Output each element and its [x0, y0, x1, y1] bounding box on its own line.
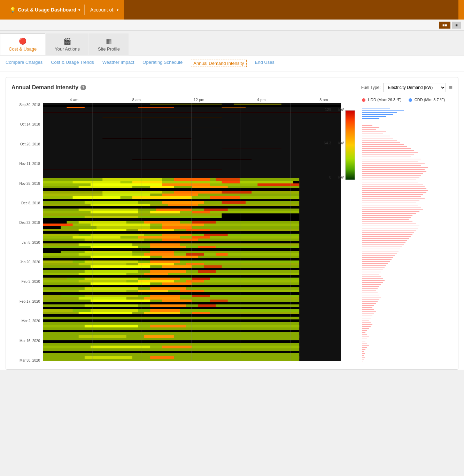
sub-nav-button-2[interactable]: ■ — [452, 22, 461, 29]
your-actions-tab-label: Your Actions — [55, 46, 80, 52]
svg-rect-214 — [85, 356, 132, 359]
svg-rect-200 — [43, 319, 299, 322]
svg-rect-175 — [150, 295, 180, 297]
svg-rect-183 — [210, 300, 227, 302]
heatmap-container: 4 am 8 am 12 pm 4 pm 8 pm Sep 30, 2018 O… — [11, 98, 453, 364]
weather-panel: HDD (Max: 26.3 °F) CDD (Min: 8.7 °F) — [355, 98, 453, 364]
sub-link-weather-impact[interactable]: Weather Impact — [102, 60, 134, 67]
sub-nav-button-1[interactable]: ■■ — [439, 22, 450, 29]
svg-rect-129 — [43, 258, 299, 260]
svg-rect-184 — [43, 302, 299, 304]
svg-rect-72 — [222, 213, 300, 216]
svg-rect-90 — [162, 226, 192, 229]
svg-rect-148 — [79, 273, 126, 275]
info-icon[interactable]: ? — [80, 85, 86, 90]
account-nav-item[interactable]: Account of: ▾ — [85, 7, 124, 13]
svg-rect-170 — [180, 290, 204, 292]
svg-rect-107 — [162, 239, 198, 241]
heatmap-svg — [43, 103, 341, 361]
svg-rect-206 — [79, 335, 126, 338]
svg-rect-98 — [91, 234, 144, 236]
sub-link-operating-schedule[interactable]: Operating Schedule — [142, 60, 183, 67]
tab-your-actions[interactable]: 🎬 Your Actions — [46, 33, 88, 55]
svg-rect-122 — [79, 253, 132, 256]
heatmap-body: Sep 30, 2018 Oct 14, 2018 Oct 28, 2018 N… — [11, 103, 355, 362]
svg-rect-16 — [43, 143, 341, 144]
svg-rect-6 — [67, 107, 84, 108]
sub-link-annual-demand-intensity[interactable]: Annual Demand Intensity — [191, 60, 246, 67]
svg-rect-4 — [43, 105, 341, 107]
site-profile-tab-icon: ▦ — [106, 37, 112, 45]
sub-link-compare-charges[interactable]: Compare Charges — [6, 60, 42, 67]
tab-cost-usage[interactable]: 🔴 Cost & Usage — [0, 33, 45, 55]
tab-site-profile[interactable]: ▦ Site Profile — [89, 33, 129, 55]
svg-rect-171 — [43, 292, 299, 295]
svg-rect-136 — [138, 263, 174, 265]
svg-rect-123 — [144, 253, 174, 256]
svg-rect-197 — [192, 312, 210, 314]
svg-rect-48 — [102, 194, 150, 196]
svg-rect-127 — [91, 256, 150, 258]
svg-rect-97 — [43, 234, 79, 236]
svg-rect-168 — [79, 290, 126, 292]
chart-menu-icon[interactable]: ≡ — [449, 84, 453, 91]
date-label-6: Dec 23, 2018 — [11, 221, 40, 225]
svg-rect-5 — [43, 107, 341, 108]
main-container: 🔴 Cost & Usage 🎬 Your Actions ▦ Site Pro… — [0, 31, 464, 370]
svg-rect-104 — [192, 236, 210, 239]
svg-rect-146 — [198, 270, 216, 273]
svg-rect-94 — [186, 229, 210, 231]
cdd-dot — [409, 98, 412, 102]
svg-rect-102 — [73, 236, 121, 239]
svg-rect-215 — [150, 356, 174, 359]
svg-rect-144 — [85, 270, 138, 273]
svg-rect-26 — [216, 178, 239, 181]
svg-rect-17 — [222, 149, 281, 149]
svg-rect-212 — [43, 351, 299, 353]
svg-rect-21 — [43, 169, 222, 170]
cdd-legend-label: CDD (Min: 8.7 °F) — [415, 98, 445, 102]
bulb-icon: 💡 — [10, 7, 16, 13]
time-label-8pm: 8 pm — [293, 98, 355, 102]
svg-rect-186 — [85, 304, 138, 307]
svg-rect-64 — [79, 209, 138, 211]
svg-rect-111 — [150, 243, 180, 246]
svg-rect-150 — [43, 275, 299, 278]
svg-rect-202 — [85, 325, 138, 327]
svg-rect-103 — [138, 236, 180, 239]
svg-rect-89 — [96, 226, 150, 229]
hdd-dot — [362, 98, 365, 102]
chart-header: Annual Demand Intensity ? Fuel Type: Ele… — [11, 83, 453, 92]
svg-rect-153 — [85, 278, 138, 280]
svg-rect-128 — [162, 256, 198, 258]
svg-rect-68 — [91, 211, 138, 213]
svg-rect-158 — [138, 280, 174, 282]
svg-rect-169 — [138, 290, 168, 292]
svg-rect-71 — [43, 213, 222, 216]
svg-rect-47 — [43, 194, 102, 196]
fuel-type-select[interactable]: Electricity Demand (kW) — [383, 83, 446, 92]
svg-rect-210 — [91, 346, 150, 348]
svg-rect-35 — [257, 183, 299, 186]
svg-rect-45 — [222, 191, 252, 194]
svg-rect-196 — [144, 312, 180, 314]
legend-bar-wrapper: 129 kW 64.3 kW 0 kW — [344, 110, 355, 180]
svg-rect-52 — [132, 196, 192, 199]
legend-mid-value: 64.3 — [324, 141, 331, 145]
svg-rect-74 — [85, 216, 138, 218]
svg-rect-77 — [222, 218, 300, 221]
svg-rect-31 — [293, 181, 299, 183]
sub-link-end-uses[interactable]: End Uses — [255, 60, 274, 67]
sub-link-cost-usage-trends[interactable]: Cost & Usage Trends — [51, 60, 94, 67]
svg-rect-189 — [43, 307, 299, 309]
svg-rect-49 — [162, 194, 198, 196]
date-label-2: Oct 28, 2018 — [11, 143, 40, 146]
svg-rect-22 — [43, 173, 341, 178]
svg-rect-44 — [174, 191, 222, 194]
svg-rect-75 — [222, 216, 300, 218]
dashboard-nav-item[interactable]: 💡 Cost & Usage Dashboard ▾ — [6, 0, 84, 20]
svg-rect-116 — [43, 248, 299, 251]
legend-color-bar — [345, 110, 355, 180]
svg-rect-182 — [162, 300, 192, 302]
svg-rect-179 — [144, 297, 180, 300]
